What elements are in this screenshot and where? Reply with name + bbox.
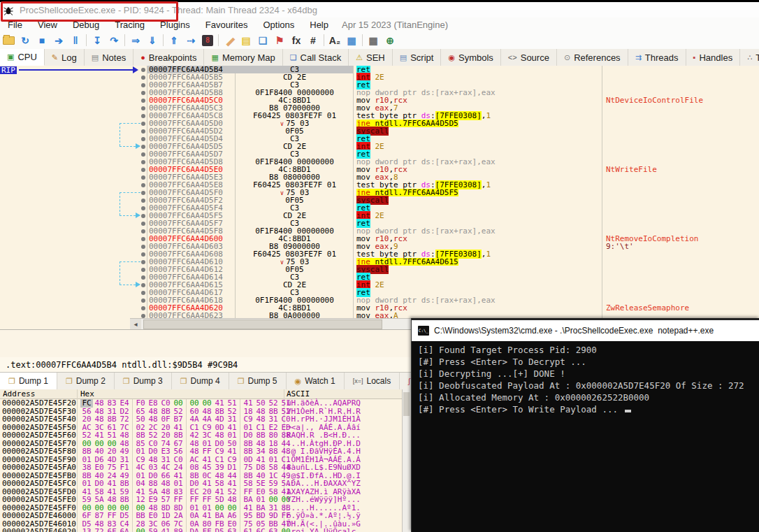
menu-item-debug[interactable]: Debug [65, 20, 107, 30]
tab-references[interactable]: ⊙References [557, 49, 628, 66]
disasm-row[interactable]: 00007FFC6AA4D615CD 2Eint 2E [0, 281, 759, 289]
dump-tab-dump-3[interactable]: ❐Dump 3 [115, 373, 172, 389]
bookmarks-icon[interactable]: ⚑ [271, 34, 288, 48]
breakpoint-dot[interactable] [141, 160, 145, 164]
run-icon[interactable]: ➔ [50, 34, 67, 48]
tab-cpu[interactable]: ▣CPU [0, 49, 45, 66]
strings-icon[interactable]: A₂ [326, 34, 343, 48]
breakpoint-dot[interactable] [141, 168, 145, 172]
breakpoint-dot[interactable] [141, 191, 145, 195]
menu-item-favourites[interactable]: Favourites [198, 20, 256, 30]
step-out-icon[interactable]: ⇑ [166, 34, 182, 48]
restart-icon[interactable]: ↻ [17, 34, 34, 48]
trace-record-icon[interactable]: 8 [199, 34, 216, 48]
stop-icon[interactable]: ■ [34, 34, 50, 48]
open-file-icon[interactable] [0, 34, 17, 48]
patches-icon[interactable]: ▬ [221, 34, 238, 48]
tab-breakpoints[interactable]: ●Breakpoints [133, 49, 204, 66]
cmd-console-output[interactable]: [i] Found Target Process Pid: 2900[#] Pr… [412, 341, 759, 532]
breakpoint-dot[interactable] [141, 83, 145, 87]
preferences-globe-icon[interactable]: ⊕ [382, 34, 398, 48]
disasm-row[interactable]: 00007FFC6AA4D5D20F05syscall [0, 127, 759, 135]
breakpoint-dot[interactable] [141, 245, 145, 249]
dump-tab-dump-2[interactable]: ❐Dump 2 [57, 373, 115, 389]
breakpoint-dot[interactable] [141, 306, 145, 310]
breakpoint-dot[interactable] [141, 137, 145, 141]
calculator-icon[interactable]: ▦ [365, 34, 382, 48]
breakpoint-dot[interactable] [141, 299, 145, 303]
tab-threads[interactable]: ⇉Threads [628, 49, 686, 66]
step-into-icon[interactable]: ↧ [89, 34, 106, 48]
tab-handles[interactable]: ▪Handles [686, 49, 741, 66]
breakpoint-dot[interactable] [141, 68, 145, 72]
calculator-device-icon[interactable]: ▦ [343, 34, 360, 48]
pause-icon[interactable]: ‖ [67, 34, 84, 48]
tab-t[interactable]: ∴T [740, 49, 759, 66]
disasm-row[interactable]: 00007FFC6AA4D5F20F05syscall [0, 196, 759, 204]
dump-tab-dump-5[interactable]: ❐Dump 5 [229, 373, 287, 389]
tab-script[interactable]: ▤Script [393, 49, 442, 66]
calculator-icon: ▦ [368, 35, 377, 46]
dump-tab-watch-1[interactable]: ◉Watch 1 [287, 373, 345, 389]
memory-regions-icon[interactable]: # [305, 34, 321, 48]
menu-item-help[interactable]: Help [302, 20, 336, 30]
breakpoint-dot[interactable] [141, 275, 145, 280]
dump-tab-dump-1[interactable]: ❐Dump 1 [0, 373, 57, 389]
tab-notes[interactable]: ▤Notes [85, 49, 133, 66]
breakpoint-dot[interactable] [141, 152, 145, 157]
menu-item-tracing[interactable]: Tracing [107, 20, 152, 30]
breakpoint-dot[interactable] [141, 260, 145, 264]
disasm-row[interactable]: 00007FFC6AA4D5D5CD 2Eint 2E [0, 143, 759, 150]
breakpoint-dot[interactable] [141, 222, 145, 226]
disasm-row[interactable]: 00007FFC6AA4D6120F05syscall [0, 266, 759, 273]
tab-source[interactable]: <>Source [501, 49, 557, 66]
breakpoint-dot[interactable] [141, 237, 145, 241]
breakpoint-dot[interactable] [141, 114, 145, 118]
breakpoint-dot[interactable] [141, 291, 145, 295]
tab-seh[interactable]: ⚠SEH [349, 49, 393, 66]
dump-tab-locals[interactable]: [x=]Locals [345, 373, 400, 389]
breakpoint-dot[interactable] [141, 99, 145, 103]
labels-icon[interactable]: ❏ [254, 34, 271, 48]
scrollbar-thumb[interactable] [143, 319, 382, 329]
breakpoint-dot[interactable] [141, 199, 145, 203]
step-over-icon[interactable]: ↷ [106, 34, 122, 48]
comments-icon[interactable]: ▤ [238, 34, 254, 48]
breakpoint-dot[interactable] [141, 106, 145, 110]
menu-item-view[interactable]: View [30, 20, 65, 30]
menu-item-file[interactable]: File [0, 20, 30, 30]
run-to-selection-icon[interactable]: ⇒ [127, 34, 144, 48]
breakpoint-dot[interactable] [141, 91, 145, 95]
run-to-user-code-icon[interactable]: ⇢ [182, 34, 199, 48]
breakpoint-dot[interactable] [141, 229, 145, 233]
disasm-row[interactable]: 00007FFC6AA4D5F5CD 2Eint 2E [0, 212, 759, 220]
tab-memory-map[interactable]: ▦Memory Map [204, 49, 282, 66]
breakpoint-dot[interactable] [141, 214, 145, 218]
cmd-title-bar[interactable]: C:\_ C:\Windows\System32\cmd.exe - .\Pro… [412, 320, 759, 341]
disasm-row[interactable]: 00007FFC6AA4D5B5CD 2Eint 2E [0, 73, 759, 81]
cmd-window[interactable]: C:\_ C:\Windows\System32\cmd.exe - .\Pro… [411, 318, 759, 532]
disassembly-pane[interactable]: 00007FFC6AA4D5B4C3ret00007FFC6AA4D5B5CD … [0, 66, 759, 318]
tab-symbols[interactable]: ◉Symbols [441, 49, 500, 66]
breakpoint-dot[interactable] [141, 183, 145, 187]
dump-vscrollbar-thumb[interactable] [403, 392, 410, 416]
breakpoint-dot[interactable] [141, 268, 145, 272]
breakpoint-dot[interactable] [141, 283, 145, 287]
step-down-icon[interactable]: ⇓ [144, 34, 161, 48]
breakpoint-dot[interactable] [141, 175, 145, 180]
functions-icon[interactable]: fx [288, 34, 305, 48]
breakpoint-dot[interactable] [141, 145, 145, 149]
title-bar[interactable]: ProcShellcodeExec.exe - PID: 9424 - Thre… [0, 2, 759, 17]
breakpoint-dot[interactable] [141, 129, 145, 134]
tab-log[interactable]: ✎Log [45, 49, 85, 66]
breakpoint-dot[interactable] [141, 252, 145, 257]
menu-item-options[interactable]: Options [255, 20, 302, 30]
menu-item-plugins[interactable]: Plugins [152, 20, 198, 30]
disasm-row[interactable]: 00007FFC6AA4D623B8 0A000000mov eax,A [0, 312, 759, 318]
scrollbar-left-arrow[interactable]: ◂ [130, 318, 141, 330]
breakpoint-dot[interactable] [141, 76, 145, 80]
breakpoint-dot[interactable] [141, 206, 145, 210]
tab-call-stack[interactable]: ❏Call Stack [283, 49, 349, 66]
breakpoint-dot[interactable] [141, 122, 145, 126]
dump-tab-dump-4[interactable]: ❐Dump 4 [172, 373, 229, 389]
